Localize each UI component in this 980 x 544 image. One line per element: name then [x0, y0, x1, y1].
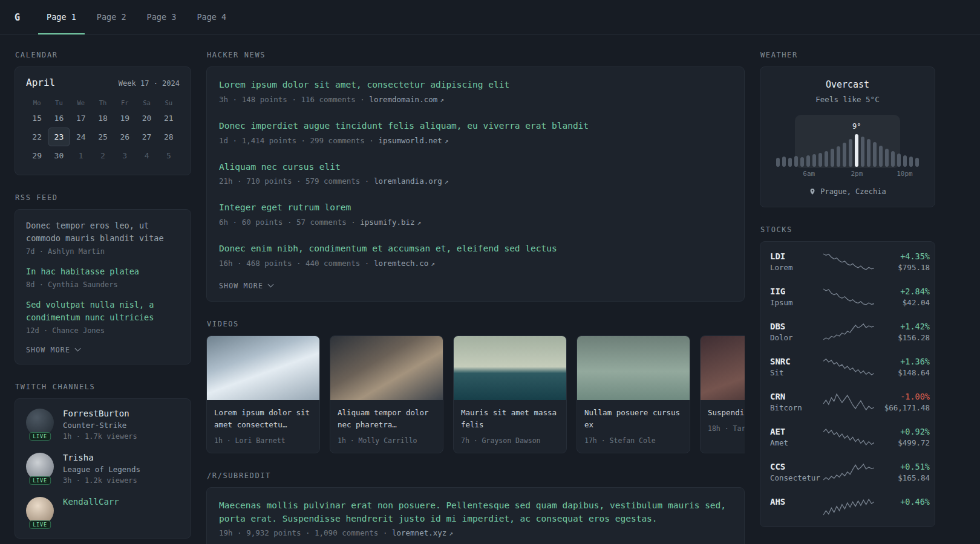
channel-info: KendallCarr: [63, 497, 119, 509]
channel-name[interactable]: ForrestBurton: [63, 409, 129, 418]
video-title[interactable]: Lorem ipsum dolor sit amet consectetu…: [214, 407, 312, 431]
weather-time-label: 2pm: [851, 170, 863, 178]
stock-row[interactable]: SNRC Sit +1.36% $148.64: [770, 349, 925, 384]
weather-bars: [776, 125, 919, 167]
twitch-channel[interactable]: LIVE ForrestBurton Counter-Strike 1h · 1…: [26, 409, 180, 441]
rss-item: In hac habitasse platea 8d · Cynthia Sau…: [26, 265, 180, 289]
hn-item: Lorem ipsum dolor sit amet, consectetur …: [219, 71, 732, 112]
external-link-icon: ↗: [440, 96, 444, 104]
video-thumbnail[interactable]: [330, 336, 443, 400]
hn-show-more-button[interactable]: SHOW MORE: [219, 276, 273, 296]
hacker-news-card: Lorem ipsum dolor sit amet, consectetur …: [206, 66, 745, 302]
stock-sparkline: [823, 428, 874, 446]
hn-domain-link[interactable]: loremdomain.com↗: [369, 95, 444, 104]
live-badge: LIVE: [29, 476, 51, 485]
nav-tab[interactable]: Page 3: [139, 0, 185, 34]
calendar-day: 27: [136, 128, 157, 146]
avatar: LIVE: [26, 453, 54, 481]
video-title[interactable]: Nullam posuere cursus ex: [584, 407, 682, 431]
calendar-weekday-row: MoTuWeThFrSaSu: [26, 97, 180, 109]
hn-item-title[interactable]: Donec enim nibh, condimentum et accumsan…: [219, 242, 732, 256]
stock-name: Dolor: [770, 333, 823, 342]
weather-bar: [837, 146, 840, 167]
show-more-label: SHOW MORE: [219, 282, 263, 290]
stock-row[interactable]: DBS Dolor +1.42% $156.28: [770, 314, 925, 349]
hn-domain-link[interactable]: loremtech.co↗: [374, 259, 435, 268]
reddit-domain: loremnet.xyz: [392, 528, 446, 537]
twitch-channel[interactable]: LIVE KendallCarr: [26, 497, 180, 525]
weather-bar: [873, 142, 877, 167]
stock-row[interactable]: CRN Bitcorn -1.00% $66,171.48: [770, 384, 925, 419]
rss-item-title[interactable]: Sed volutpat nulla nisl, a condimentum n…: [26, 299, 180, 324]
calendar-day: 22: [26, 128, 48, 146]
stock-sparkline: [823, 463, 874, 481]
video-thumbnail[interactable]: [577, 336, 690, 400]
hn-domain-link[interactable]: loremlandia.org↗: [374, 176, 449, 186]
stock-name: Amet: [770, 438, 823, 447]
video-title[interactable]: Mauris sit amet massa felis: [461, 407, 559, 431]
channel-name[interactable]: Trisha: [63, 453, 94, 462]
video-meta: 1h · Molly Carrillo: [338, 436, 436, 445]
hn-meta-text: 6h · 60 points · 57 comments ·: [219, 218, 360, 227]
video-thumbnail[interactable]: [207, 336, 319, 400]
stock-name: Ipsum: [770, 298, 823, 307]
app-logo[interactable]: G: [15, 12, 20, 23]
hn-item-title[interactable]: Lorem ipsum dolor sit amet, consectetur …: [219, 79, 732, 92]
video-card-body: Mauris sit amet massa felis 7h · Grayson…: [454, 400, 566, 453]
rss-item-title[interactable]: Donec tempor eros leo, ut commodo mauris…: [26, 219, 180, 245]
external-link-icon: ↗: [449, 529, 453, 537]
stock-symbol: AET: [770, 427, 823, 436]
reddit-post-title[interactable]: Maecenas mollis pulvinar erat non posuer…: [219, 499, 732, 526]
stock-symbol: CRN: [770, 392, 823, 401]
weather-bar: [849, 139, 852, 167]
rss-item-meta: 7d · Ashlyn Martin: [26, 247, 180, 256]
video-card[interactable]: Lorem ipsum dolor sit amet consectetu… 1…: [206, 335, 320, 453]
video-card-body: Lorem ipsum dolor sit amet consectetu… 1…: [207, 400, 319, 453]
video-title[interactable]: Suspendisse diam: [708, 407, 745, 419]
nav-tab[interactable]: Page 2: [88, 0, 135, 34]
stock-row[interactable]: IIG Ipsum +2.84% $42.04: [770, 279, 925, 314]
hn-meta-text: 21h · 710 points · 579 comments ·: [219, 176, 374, 186]
stock-row[interactable]: CCS Consectetur +0.51% $165.84: [770, 455, 925, 490]
video-meta: 17h · Stefan Cole: [584, 436, 682, 445]
stock-id: CRN Bitcorn: [770, 392, 823, 412]
hn-domain-link[interactable]: ipsumworld.net↗: [378, 136, 448, 145]
weather-bar: [885, 149, 889, 167]
video-card[interactable]: Aliquam tempor dolor nec pharetra… 1h · …: [330, 335, 443, 453]
rss-header: RSS FEED: [15, 193, 191, 202]
hn-item-title[interactable]: Integer eget rutrum lorem: [219, 201, 732, 215]
nav-tab[interactable]: Page 4: [188, 0, 235, 34]
hn-item-title[interactable]: Donec imperdiet augue tincidunt felis al…: [219, 120, 732, 133]
stock-price: $795.18: [874, 263, 930, 272]
stock-row[interactable]: AHS +0.46%: [770, 490, 925, 524]
stock-values: +4.35% $795.18: [874, 251, 930, 272]
reddit-domain-link[interactable]: loremnet.xyz↗: [392, 528, 453, 537]
videos-section: VIDEOS Lorem ipsum dolor sit amet consec…: [206, 320, 745, 453]
video-thumbnail[interactable]: [454, 336, 566, 400]
video-thumbnail[interactable]: [701, 336, 745, 400]
channel-name[interactable]: KendallCarr: [63, 497, 119, 507]
video-card[interactable]: Nullam posuere cursus ex 17h · Stefan Co…: [577, 335, 690, 453]
hn-item-title[interactable]: Aliquam nec cursus elit: [219, 161, 732, 174]
video-card[interactable]: Suspendisse diam 18h · Tara: [700, 335, 745, 453]
middle-column: HACKER NEWS Lorem ipsum dolor sit amet, …: [206, 51, 745, 544]
weather-card: Overcast Feels like 5°C 9° 6am 2pm 10pm: [760, 66, 935, 207]
rss-item-title[interactable]: In hac habitasse platea: [26, 265, 180, 278]
twitch-channel[interactable]: LIVE Trisha League of Legends 3h · 1.2k …: [26, 453, 180, 485]
video-title[interactable]: Aliquam tempor dolor nec pharetra…: [338, 407, 436, 431]
stock-values: +1.36% $148.64: [874, 357, 930, 377]
rss-list: Donec tempor eros leo, ut commodo mauris…: [26, 219, 180, 335]
nav-tab[interactable]: Page 1: [38, 0, 85, 34]
video-card[interactable]: Mauris sit amet massa felis 7h · Grayson…: [453, 335, 567, 453]
calendar-day: 24: [70, 128, 92, 146]
stock-change: +0.92%: [874, 427, 930, 436]
stock-row[interactable]: AET Amet +0.92% $499.72: [770, 419, 925, 455]
reddit-post: Maecenas mollis pulvinar erat non posuer…: [219, 491, 732, 544]
hn-domain-link[interactable]: ipsumify.biz↗: [360, 218, 421, 227]
channel-category: Counter-Strike: [63, 421, 137, 430]
twitch-card: LIVE ForrestBurton Counter-Strike 1h · 1…: [15, 398, 191, 539]
hn-item: Integer eget rutrum lorem 6h · 60 points…: [219, 193, 732, 235]
stock-row[interactable]: LDI Lorem +4.35% $795.18: [770, 244, 925, 279]
external-link-icon: ↗: [445, 178, 449, 186]
rss-show-more-button[interactable]: SHOW MORE: [26, 345, 80, 354]
